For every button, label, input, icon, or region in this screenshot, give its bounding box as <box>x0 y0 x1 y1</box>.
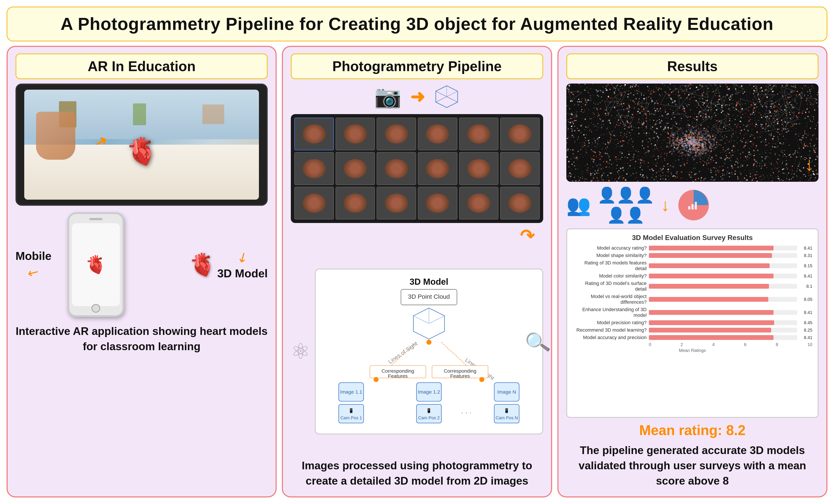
img-thumb-14 <box>335 187 375 220</box>
x-axis-label: Mean Ratings <box>572 348 812 353</box>
svg-text:Features: Features <box>451 373 470 379</box>
point-cloud-image: ↓ <box>566 84 818 182</box>
x-label-8: 8 <box>776 342 778 347</box>
results-title: Results <box>572 58 813 74</box>
tablet-screen: 🫀 ➜ <box>24 90 259 200</box>
ar-heart-icon: 🫀 <box>125 136 158 167</box>
survey-chart-title: 3D Model Evaluation Survey Results <box>572 234 812 242</box>
bar-track-0 <box>649 246 797 250</box>
phone-device: 🫀 <box>67 212 124 317</box>
svg-text:3D Model: 3D Model <box>410 277 448 286</box>
bar-row-9: Model accuracy and precision 8.41 <box>572 335 812 340</box>
bar-value-7: 8.45 <box>799 320 812 325</box>
img-thumb-8 <box>335 152 375 185</box>
page-wrapper: A Photogrammetry Pipeline for Creating 3… <box>0 0 834 504</box>
img-thumb-7 <box>294 152 334 185</box>
bar-fill-7 <box>649 320 774 325</box>
image-grid-panel <box>291 114 543 223</box>
pie-chart <box>676 188 711 223</box>
img-thumb-1 <box>294 118 334 150</box>
svg-text:3D Point Cloud: 3D Point Cloud <box>408 293 450 300</box>
bar-fill-0 <box>649 246 773 250</box>
results-down-arrow: ↓ <box>661 195 670 215</box>
img-thumb-15 <box>377 187 416 220</box>
columns-container: AR In Education 🫀 <box>6 46 828 498</box>
svg-text:· · ·: · · · <box>461 408 471 417</box>
bar-row-8: Recommend 3D model learning? 8.25 <box>572 327 812 333</box>
bar-fill-4 <box>649 284 769 289</box>
pipeline-bottom-area: ⚛ 3D Model 3D Point Cloud <box>291 249 543 454</box>
x-label-10: 10 <box>808 342 812 347</box>
svg-rect-43 <box>688 206 690 209</box>
x-label-4: 4 <box>712 342 715 347</box>
bar-track-7 <box>649 320 797 325</box>
bar-label-0: Model accuracy rating? <box>572 245 647 251</box>
img-thumb-12 <box>500 152 540 185</box>
svg-line-11 <box>429 316 444 324</box>
bar-fill-6 <box>649 310 773 315</box>
mobile-label-container: Mobile ↙ <box>16 249 51 280</box>
mean-rating-text: Mean rating: 8.2 <box>566 422 818 438</box>
photogrammetry-title: Photogrammetry Pipeline <box>296 58 538 74</box>
bar-row-7: Model precision rating? 8.45 <box>572 320 812 325</box>
phone-screen: 🫀 <box>72 223 120 306</box>
phone-heart-icon: 🫀 <box>85 254 107 275</box>
svg-marker-2 <box>436 97 458 108</box>
bar-track-5 <box>649 297 797 302</box>
img-thumb-11 <box>459 152 499 185</box>
search-icon: 🔍 <box>523 329 551 356</box>
bar-label-8: Recommend 3D model learning? <box>572 327 647 333</box>
bar-value-9: 8.41 <box>799 335 812 340</box>
svg-rect-29 <box>339 404 364 423</box>
bar-value-3: 8.41 <box>799 274 812 279</box>
bar-track-2 <box>649 264 797 268</box>
bar-row-4: Rating of 3D model's surface detail 8.1 <box>572 280 812 292</box>
svg-text:📱: 📱 <box>504 408 509 413</box>
img-thumb-2 <box>335 118 375 150</box>
ar-education-header: AR In Education <box>16 53 268 79</box>
bar-label-7: Model precision rating? <box>572 320 647 325</box>
group-icon-2: 👤👤 <box>607 206 645 224</box>
main-title: A Photogrammetry Pipeline for Creating 3… <box>21 14 813 34</box>
svg-line-12 <box>414 316 429 324</box>
x-label-2: 2 <box>681 342 683 347</box>
bar-fill-2 <box>649 264 770 268</box>
img-thumb-16 <box>418 187 457 220</box>
bar-chart-container: Model accuracy rating? 8.41 Model shape … <box>572 245 812 340</box>
svg-text:Features: Features <box>388 373 408 379</box>
people-icons-group: 👤👤👤 👤👤 <box>597 186 654 224</box>
bar-track-6 <box>649 310 797 315</box>
bar-row-2: Rating of 3D models features detail 8.15 <box>572 260 812 271</box>
bar-track-1 <box>649 253 797 258</box>
svg-text:Lines of Sight: Lines of Sight <box>387 340 419 365</box>
img-thumb-9 <box>377 152 416 185</box>
img-thumb-17 <box>459 187 499 220</box>
ar-education-title: AR In Education <box>21 58 262 74</box>
bar-fill-9 <box>649 335 773 340</box>
tablet-image-box: 🫀 ➜ <box>16 84 268 206</box>
svg-text:📱: 📱 <box>426 408 432 413</box>
bar-track-3 <box>649 274 797 278</box>
bar-fill-8 <box>649 328 771 333</box>
column-ar-education: AR In Education 🫀 <box>6 46 277 498</box>
sfm-diagram-svg: 3D Model 3D Point Cloud <box>320 274 538 429</box>
bar-track-4 <box>649 284 797 289</box>
bar-fill-1 <box>649 253 772 258</box>
bar-value-1: 8.31 <box>799 253 812 258</box>
svg-text:Image N: Image N <box>497 389 516 394</box>
svg-rect-35 <box>494 404 519 423</box>
model-label-container: ↙ 3D Model <box>217 249 268 280</box>
x-label-0: 0 <box>649 342 651 347</box>
bar-track-8 <box>649 328 797 333</box>
survey-chart-box: 3D Model Evaluation Survey Results Model… <box>566 228 818 418</box>
bar-value-6: 8.41 <box>799 310 812 315</box>
svg-rect-44 <box>692 204 694 209</box>
svg-text:📱: 📱 <box>348 408 354 413</box>
bar-track-9 <box>649 335 797 340</box>
pipeline-top-row: 📷 ➜ <box>291 84 543 110</box>
phone-speaker <box>89 218 103 220</box>
x-axis: 0 2 4 6 8 10 <box>649 342 812 347</box>
bar-fill-3 <box>649 274 773 278</box>
sfm-diagram-box: 3D Model 3D Point Cloud <box>315 269 543 434</box>
photogrammetry-header: Photogrammetry Pipeline <box>291 53 543 79</box>
